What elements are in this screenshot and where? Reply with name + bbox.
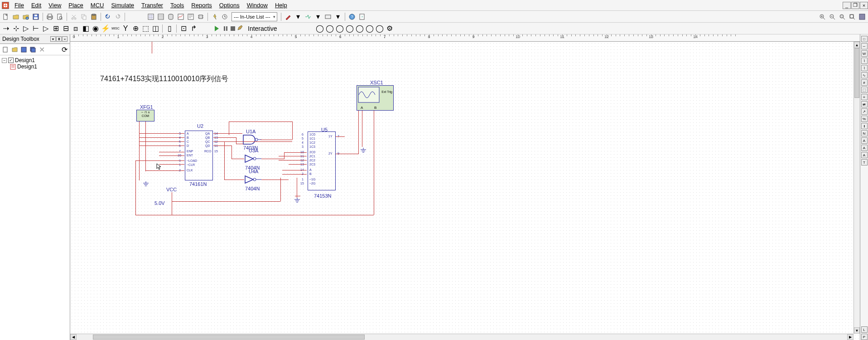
wattmeter-icon[interactable]: W [861,50,868,57]
distortion-icon[interactable]: % [861,116,868,122]
menu-window[interactable]: Window [243,1,271,10]
ni-icon[interactable]: ⬚ [141,24,150,33]
agilent-scope-icon[interactable]: A [861,152,868,158]
sb-new-icon[interactable] [1,45,10,53]
help-icon[interactable]: ? [347,12,357,21]
sim-opt6-icon[interactable]: ◯ [365,24,374,33]
trace-drop-icon[interactable]: ▾ [313,12,323,21]
scroll-thumb-v[interactable] [854,48,859,98]
tree-root[interactable]: − ✓ Design1 [2,57,68,63]
power-icon[interactable]: ⚡ [101,24,110,33]
analog-icon[interactable]: ▷ [41,24,50,33]
stop-button[interactable] [231,26,235,31]
sim-settings-icon[interactable]: ⚙ [385,24,394,33]
print-preview-icon[interactable] [55,12,64,21]
paste-icon[interactable] [89,12,98,21]
xsc1-instrument[interactable]: Ext Trig A B [357,85,394,111]
logic-converter-icon[interactable]: ⇄ [861,101,868,107]
sim-opt7-icon[interactable]: ◯ [375,24,384,33]
save-file-icon[interactable] [31,12,40,21]
u3a-gate[interactable] [244,154,262,165]
xfg1-instrument[interactable]: ∼ ⊓ ∧ COM [136,110,154,121]
iv-analyzer-icon[interactable]: ↗ [861,108,868,115]
rf-icon[interactable]: Y [121,24,130,33]
scope-icon[interactable]: ⌇ [861,58,868,64]
sim-opt1-icon[interactable]: ◯ [315,24,324,33]
db-icon[interactable] [166,12,175,21]
run-button[interactable] [212,24,221,33]
sim-opt4-icon[interactable]: ◯ [345,24,354,33]
undo-icon[interactable] [103,12,112,21]
menu-reports[interactable]: Reports [188,1,216,10]
zoom-area-icon[interactable] [838,12,847,21]
cut-icon[interactable] [69,12,78,21]
connector-icon[interactable]: ◫ [151,24,160,33]
sb-refresh-icon[interactable]: ⟳ [60,45,68,53]
tree-collapse-icon[interactable]: − [2,58,7,63]
fullscreen-icon[interactable] [858,12,867,21]
misc-icon[interactable]: MISC [111,24,120,33]
tek-scope-icon[interactable]: T [861,159,868,165]
sb-delete-icon[interactable]: ✕ [38,45,46,53]
misc-digital-icon[interactable]: ⧈ [71,24,80,33]
sim-opt3-icon[interactable]: ◯ [335,24,344,33]
logic-analyzer-icon[interactable]: ≡ [861,94,868,100]
zoom-in-icon[interactable] [818,12,827,21]
probe-meas-icon[interactable]: P [861,334,868,340]
source-icon[interactable]: ⇢ [1,24,10,33]
probe-drop-icon[interactable]: ▾ [294,12,303,21]
scroll-right-icon[interactable]: ▶ [847,334,854,340]
scroll-down-icon[interactable]: ▼ [854,327,860,334]
wordgen-icon[interactable]: ⬚ [861,87,868,93]
menu-file[interactable]: File [11,1,28,10]
new-file-icon[interactable] [1,12,10,21]
sim-opt5-icon[interactable]: ◯ [355,24,364,33]
menu-transfer[interactable]: Transfer [138,1,167,10]
mcu-place-icon[interactable]: ▯ [165,24,174,33]
open-file-icon[interactable] [11,12,20,21]
zoom-out-icon[interactable] [828,12,837,21]
agilent-mm-icon[interactable]: A [861,145,868,151]
sim-opt2-icon[interactable]: ◯ [325,24,334,33]
scroll-thumb-h[interactable] [93,335,365,340]
scrollbar-vertical[interactable]: ▲ ▼ [854,42,860,334]
pause-button[interactable] [222,25,229,32]
menu-edit[interactable]: Edit [28,1,45,10]
panel-close-icon[interactable]: × [62,36,68,42]
tree-child[interactable]: Design1 [2,63,68,70]
print-icon[interactable] [45,12,54,21]
agilent-fg-icon[interactable]: A [861,137,868,144]
sheet-icon[interactable] [146,12,155,21]
minimize-button[interactable]: _ [843,2,851,9]
tree-check-icon[interactable]: ✓ [8,58,14,63]
zoom-fit-icon[interactable] [848,12,857,21]
menu-place[interactable]: Place [65,1,87,10]
labview-icon[interactable]: L [861,326,868,333]
close-button[interactable]: × [860,2,868,9]
hier-icon[interactable]: ⊡ [179,24,188,33]
menu-view[interactable]: View [45,1,65,10]
multimeter-icon[interactable]: □ [861,36,868,42]
sb-open-icon[interactable] [10,45,19,53]
ttl-icon[interactable]: ⊞ [51,24,60,33]
scrollbar-horizontal[interactable]: ◀ ▶ [70,334,854,340]
electromech-icon[interactable]: ⊕ [131,24,140,33]
sb-saveall-icon[interactable] [29,45,37,53]
spreadsheet-icon[interactable] [156,12,165,21]
basic-icon[interactable]: ⊹ [11,24,20,33]
transistor-icon[interactable]: ⊢ [31,24,40,33]
panel-dropdown-icon[interactable]: ▾ [50,36,56,42]
breadboard-drop-icon[interactable]: ▾ [333,12,342,21]
goto-icon[interactable] [220,12,229,21]
panel-pin-icon[interactable]: ⬍ [56,36,62,42]
elec-rules-icon[interactable] [210,12,219,21]
scroll-left-icon[interactable]: ◀ [70,334,77,340]
menu-options[interactable]: Options [216,1,243,10]
postproc-icon[interactable] [186,12,195,21]
restore-button[interactable]: ❐ [851,2,859,9]
u4a-gate[interactable] [244,175,262,186]
help-index-icon[interactable]: ? [357,12,366,21]
scroll-up-icon[interactable]: ▲ [854,42,860,48]
in-use-list-dropdown[interactable]: --- In-Use List --- [231,12,277,21]
component-icon[interactable] [196,12,205,21]
